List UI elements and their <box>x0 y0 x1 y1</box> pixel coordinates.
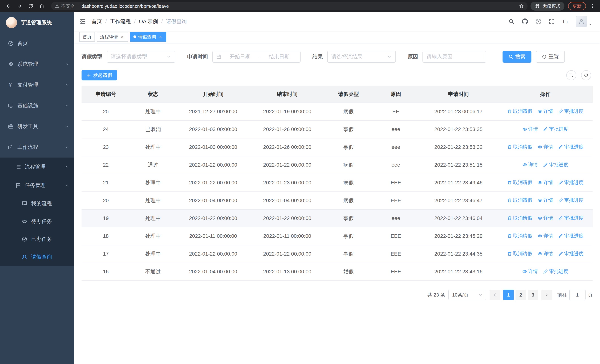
cancel-leave-link[interactable]: 取消请假 <box>507 197 532 204</box>
sidebar-item-system[interactable]: 系统管理 <box>0 54 74 75</box>
edit-icon <box>543 269 548 274</box>
detail-link[interactable]: 详情 <box>522 268 538 275</box>
detail-link[interactable]: 详情 <box>538 250 553 257</box>
leave-type-select[interactable]: 请选择请假类型 <box>107 51 175 63</box>
approval-progress-link[interactable]: 审批进度 <box>558 233 583 239</box>
fullscreen-icon[interactable] <box>549 18 555 25</box>
cell-reason: EEE <box>373 174 419 192</box>
back-icon[interactable] <box>4 1 13 11</box>
sidebar-item-infrastructure[interactable]: 基础设施 <box>0 95 74 116</box>
refresh-icon <box>542 54 547 59</box>
github-icon[interactable] <box>522 18 528 25</box>
breadcrumb-item-0[interactable]: 首页 <box>92 18 102 25</box>
cell-end-time: 2022-01-23 00:00:00 <box>250 174 324 192</box>
sidebar-item-workflow[interactable]: 工作流程 <box>0 137 74 158</box>
cancel-leave-link[interactable]: 取消请假 <box>507 108 532 114</box>
page-size-select[interactable]: 10条/页 <box>449 290 486 300</box>
refresh-table-button[interactable] <box>581 70 591 80</box>
table-tools <box>566 70 593 80</box>
create-leave-button[interactable]: 发起请假 <box>82 70 117 80</box>
approval-progress-link[interactable]: 审批进度 <box>558 197 583 204</box>
user-avatar[interactable] <box>576 16 592 27</box>
page-button-3[interactable]: 3 <box>528 290 538 300</box>
sidebar-item-task-mgmt[interactable]: 任务管理 <box>0 176 74 195</box>
tab-label: 流程详情 <box>100 34 118 40</box>
svg-text:¥: ¥ <box>9 83 12 87</box>
goto-page-input[interactable] <box>569 290 586 300</box>
result-select[interactable]: 请选择流结果 <box>327 51 396 63</box>
cancel-leave-link[interactable]: 取消请假 <box>507 233 532 239</box>
detail-link[interactable]: 详情 <box>538 179 553 186</box>
url-bar[interactable]: 不安全 dashboard.yudao.iocoder.cn/bpm/oa/le… <box>51 2 527 10</box>
detail-link[interactable]: 详情 <box>538 144 553 150</box>
close-icon[interactable]: × <box>158 34 163 39</box>
forward-icon[interactable] <box>15 1 24 11</box>
cancel-leave-link[interactable]: 取消请假 <box>507 144 532 150</box>
home-icon[interactable] <box>37 1 47 11</box>
font-size-icon[interactable]: TT <box>562 18 569 25</box>
tab-leave-query[interactable]: 请假查询× <box>130 32 166 42</box>
svg-text:T: T <box>566 20 568 24</box>
sidebar-item-home[interactable]: 首页 <box>0 33 74 54</box>
detail-link[interactable]: 详情 <box>538 215 553 221</box>
detail-link[interactable]: 详情 <box>538 108 553 114</box>
tab-process-detail[interactable]: 流程详情× <box>97 32 128 42</box>
cancel-leave-link[interactable]: 取消请假 <box>507 215 532 221</box>
apply-time-range-picker[interactable]: 开始日期 - 结束日期 <box>212 51 300 63</box>
sidebar-item-todo-task[interactable]: 待办任务 <box>0 212 74 230</box>
cell-apply-time: 2022-01-22 23:53:35 <box>419 121 498 138</box>
sidebar-item-label: 流程管理 <box>25 163 66 170</box>
approval-progress-link[interactable]: 审批进度 <box>543 268 568 275</box>
flag-icon <box>15 183 21 188</box>
reset-button[interactable]: 重置 <box>536 51 565 63</box>
sidebar-item-process-mgmt[interactable]: 流程管理 <box>0 158 74 176</box>
approval-progress-link[interactable]: 审批进度 <box>543 161 568 168</box>
chevron-down-icon <box>166 54 171 59</box>
cell-apply-time: 2022-01-22 23:44:35 <box>419 245 498 263</box>
tab-home[interactable]: 首页 <box>79 32 95 42</box>
breadcrumb-item-2[interactable]: OA 示例 <box>139 18 158 25</box>
sidebar-item-my-process[interactable]: 我的流程 <box>0 195 74 212</box>
bookmark-star-icon[interactable] <box>519 4 524 9</box>
help-icon[interactable] <box>535 18 542 25</box>
detail-link[interactable]: 详情 <box>522 161 538 168</box>
reload-icon[interactable] <box>26 1 36 11</box>
cancel-leave-link[interactable]: 取消请假 <box>507 179 532 186</box>
cell-apply-time: 2022-01-22 23:51:15 <box>419 156 498 174</box>
hamburger-icon[interactable] <box>74 18 92 25</box>
sidebar-item-done-task[interactable]: 已办任务 <box>0 230 74 248</box>
prev-page-button[interactable] <box>489 290 500 300</box>
cancel-leave-link[interactable]: 取消请假 <box>507 250 532 257</box>
security-warning[interactable]: 不安全 <box>55 3 75 9</box>
reason-input[interactable] <box>422 51 486 63</box>
sidebar-item-dev-tools[interactable]: 研发工具 <box>0 116 74 137</box>
close-icon[interactable]: × <box>120 34 125 39</box>
search-icon[interactable] <box>508 18 515 25</box>
approval-progress-link[interactable]: 审批进度 <box>558 108 583 114</box>
approval-progress-link[interactable]: 审批进度 <box>558 250 583 257</box>
cell-reason: EEE <box>373 245 419 263</box>
sidebar-item-leave-query[interactable]: 请假查询 <box>0 248 74 266</box>
view-icon <box>522 269 527 274</box>
cell-actions: 取消请假详情审批进度 <box>498 227 593 245</box>
page-button-2[interactable]: 2 <box>516 290 526 300</box>
sidebar-item-label: 任务管理 <box>25 182 66 189</box>
kebab-menu-icon[interactable] <box>589 3 596 9</box>
approval-progress-link[interactable]: 审批进度 <box>558 215 583 221</box>
detail-link[interactable]: 详情 <box>538 197 553 204</box>
next-page-button[interactable] <box>542 290 552 300</box>
detail-link[interactable]: 详情 <box>522 126 538 132</box>
page-button-1[interactable]: 1 <box>503 290 514 300</box>
detail-link[interactable]: 详情 <box>538 233 553 239</box>
filter-form: 请假类型 请选择请假类型 申请时间 开始日期 - 结束日期 结果 请选择流结果 <box>82 51 593 63</box>
breadcrumb-item-1[interactable]: 工作流程 <box>110 18 131 25</box>
approval-progress-link[interactable]: 审批进度 <box>543 126 568 132</box>
toggle-search-button[interactable] <box>566 70 576 80</box>
update-button[interactable]: 更新 <box>568 2 586 10</box>
column-header-status: 状态 <box>130 86 176 103</box>
search-button[interactable]: 搜索 <box>503 51 531 63</box>
page-buttons: 123 <box>503 290 538 300</box>
approval-progress-link[interactable]: 审批进度 <box>558 144 583 150</box>
approval-progress-link[interactable]: 审批进度 <box>558 179 583 186</box>
sidebar-item-payment[interactable]: ¥支付管理 <box>0 75 74 95</box>
